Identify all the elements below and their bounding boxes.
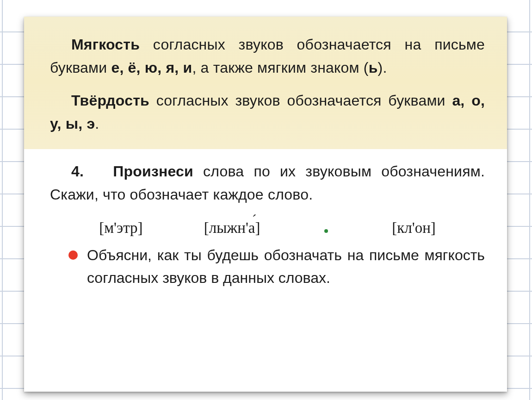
rule-softness-text3: ).	[378, 59, 387, 76]
rules-yellow-block: Мягкость согласных звуков обозначается н…	[24, 17, 507, 149]
rule-soft-sign: ь	[369, 59, 378, 76]
exercise-number: 4.	[71, 163, 84, 180]
margin-line-right	[529, 0, 530, 400]
phonetic-2-accent: а	[248, 219, 255, 236]
phonetic-1: [м'этр]	[99, 219, 142, 237]
rule-hardness: Твёрдость согласных звуков обозначается …	[50, 89, 485, 135]
exercise-prompt: 4. Произнеси слова по их звуковым обозна…	[50, 160, 485, 206]
rule-softness-lead: Мягкость	[71, 36, 140, 53]
red-bullet-icon	[68, 250, 78, 260]
phonetic-2-pre: [лыжн'	[204, 219, 248, 236]
exercise-title-bold: Произнеси	[113, 163, 193, 180]
rule-softness: Мягкость согласных звуков обозначается н…	[50, 33, 485, 79]
rule-softness-letters: е, ё, ю, я, и	[111, 59, 192, 76]
rule-hardness-lead: Твёрдость	[71, 92, 149, 109]
phonetic-3: [кл'он]	[392, 219, 436, 237]
exercise-block: 4. Произнеси слова по их звуковым обозна…	[24, 149, 507, 298]
phonetic-2: [лыжн'а]	[204, 219, 260, 237]
green-dot-icon	[324, 229, 328, 233]
textbook-page-card: Мягкость согласных звуков обозначается н…	[24, 17, 507, 392]
rule-hardness-text2: .	[95, 115, 99, 132]
phonetics-row: [м'этр] [лыжн'а] [кл'он]	[50, 217, 485, 244]
exercise-subtask: Объясни, как ты будешь обозначать на пис…	[50, 244, 485, 290]
margin-line-left	[2, 0, 3, 400]
rule-hardness-text1: согласных звуков обозначается буквами	[149, 92, 452, 109]
rule-softness-text2: , а так­же мягким знаком (	[192, 59, 368, 76]
exercise-subtask-text: Объясни, как ты будешь обозначать на пис…	[87, 244, 485, 290]
